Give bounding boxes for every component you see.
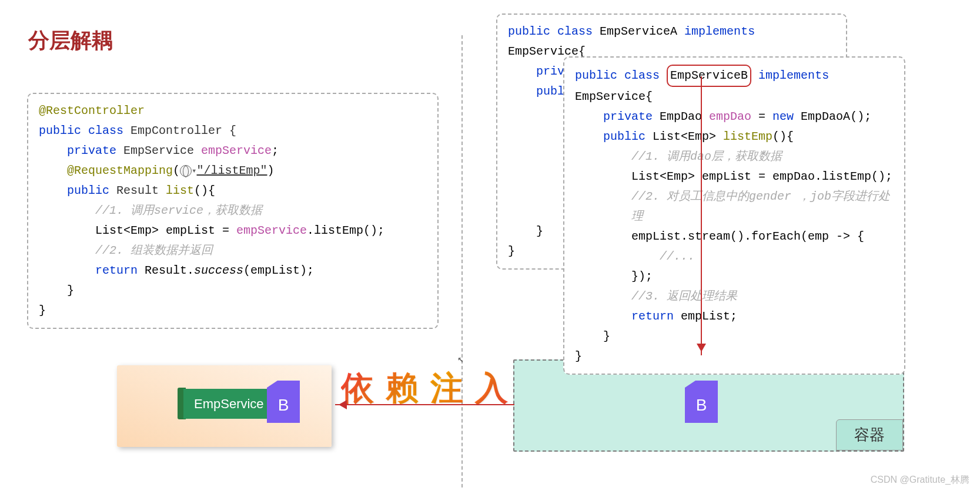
url-string: "/listEmp" bbox=[196, 164, 267, 177]
globe-icon bbox=[180, 165, 192, 177]
sig: (){ bbox=[772, 130, 794, 143]
code-line: List<Emp> empList = empDao.listEmp(); bbox=[575, 167, 894, 187]
method-name: list bbox=[166, 184, 194, 197]
kw-public-partial: publ bbox=[536, 85, 564, 98]
diagram-title: 分层解耦 bbox=[28, 26, 113, 55]
code-line: Result. bbox=[138, 264, 194, 277]
cursor-icon: ↖ bbox=[457, 352, 464, 365]
container-label: 容器 bbox=[836, 419, 903, 450]
ret-type: List<Emp> bbox=[653, 130, 716, 143]
method-name: listEmp bbox=[723, 130, 772, 143]
kw-public: public bbox=[39, 124, 81, 137]
code-line: (empList); bbox=[243, 264, 314, 277]
arrow-vertical-ioc bbox=[701, 76, 702, 355]
arrow-horizontal-di bbox=[335, 404, 514, 405]
code-line: }); bbox=[575, 267, 894, 287]
comment: //... bbox=[575, 247, 894, 267]
kw-public: public bbox=[575, 69, 617, 82]
kw-return: return bbox=[631, 310, 674, 323]
kw-class: class bbox=[624, 69, 660, 82]
paren: ) bbox=[267, 164, 275, 177]
class-name-highlighted: EmpServiceB bbox=[667, 65, 751, 87]
kw-public: public bbox=[67, 184, 109, 197]
eq: = bbox=[751, 110, 772, 123]
rest-controller-annotation: @RestController bbox=[39, 104, 145, 117]
ctor: EmpDaoA(); bbox=[794, 110, 871, 123]
field-type: EmpService bbox=[123, 144, 194, 157]
comment: //1. 调用dao层，获取数据 bbox=[575, 147, 894, 167]
code-line: empList.stream().forEach(emp -> { bbox=[575, 227, 894, 247]
request-mapping: @RequestMapping bbox=[67, 164, 173, 177]
kw-implements: implements bbox=[684, 25, 755, 38]
field-name: empService bbox=[201, 144, 272, 157]
kw-return: return bbox=[95, 264, 138, 277]
semicolon: ; bbox=[272, 144, 279, 157]
sig: (){ bbox=[194, 184, 215, 197]
method-call: success bbox=[194, 264, 243, 277]
kw-public: public bbox=[603, 130, 645, 143]
field-ref: empService bbox=[236, 224, 307, 237]
comment-1: //1. 调用service，获取数据 bbox=[39, 201, 427, 221]
comment: //3. 返回处理结果 bbox=[575, 287, 894, 307]
comment-2: //2. 组装数据并返回 bbox=[39, 241, 427, 261]
paren: ( bbox=[173, 164, 180, 177]
code-line: .listEmp(); bbox=[307, 224, 384, 237]
kw-class: class bbox=[557, 25, 593, 38]
block-b-right: B bbox=[685, 388, 718, 423]
field-type: EmpDao bbox=[660, 110, 702, 123]
kw-new: new bbox=[772, 110, 794, 123]
kw-public: public bbox=[508, 25, 550, 38]
kw-private: private bbox=[67, 144, 116, 157]
block-b-left: B bbox=[267, 388, 300, 423]
code-line: List<Emp> empList = bbox=[95, 224, 236, 237]
kw-private: private bbox=[603, 110, 653, 123]
vertical-divider bbox=[461, 35, 463, 487]
comment: //2. 对员工信息中的gender ，job字段进行处理 bbox=[575, 187, 894, 227]
ret-type: Result bbox=[116, 184, 159, 197]
emp-service-label: EmpService bbox=[183, 389, 275, 419]
kw-implements: implements bbox=[758, 69, 829, 82]
controller-code-box: @RestController public class EmpControll… bbox=[27, 93, 439, 329]
watermark: CSDN @Gratitute_林腾 bbox=[871, 474, 969, 486]
field-name: empDao bbox=[709, 110, 751, 123]
iface-name: EmpService{ bbox=[575, 90, 653, 103]
kw-class: class bbox=[88, 124, 123, 137]
class-name: EmpController { bbox=[131, 124, 236, 137]
class-name: EmpServiceA bbox=[600, 25, 677, 38]
ret-val: empList; bbox=[674, 310, 737, 323]
service-b-code-box: public class EmpServiceB implements EmpS… bbox=[563, 56, 905, 375]
